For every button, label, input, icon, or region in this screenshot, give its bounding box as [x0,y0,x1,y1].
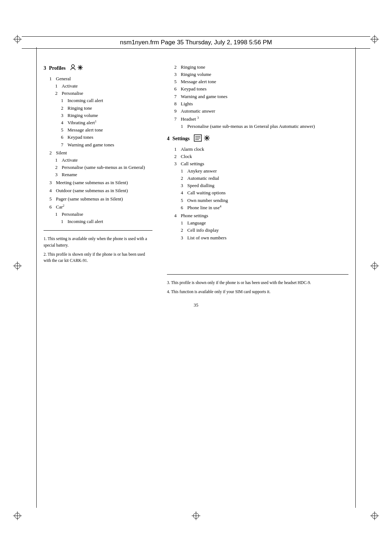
section3-number: 3 [44,65,46,71]
list-item: 7Warning and game tones [44,141,152,149]
list-item: 9Automatic answer [174,108,348,115]
list-item: 2Ringing tone [174,64,348,71]
footnote-1: 1. This setting is available only when t… [44,236,152,248]
page-header: nsm1nyen.frm Page 35 Thursday, July 2, 1… [22,36,370,49]
left-column: 3 Profiles [44,64,152,298]
list-item: 6Phone line in use4 [174,204,348,211]
reg-mark-top-left [13,35,22,44]
section4-header: 4 Settings [167,134,348,143]
footnote-4: 4. This function is available only if yo… [167,289,348,295]
vline-left [36,47,37,508]
left-divider [44,230,152,231]
footnote-3-text: 3. This profile is shown only if the pho… [167,280,311,285]
list-item: 4Phone settings [174,212,348,219]
settings-icon-svg [194,134,211,142]
reg-mark-bottom-left [13,511,22,520]
list-item: 1Language [174,219,348,227]
reg-mark-mid-left [13,262,22,270]
list-item: 4Outdoor (same submenus as in Silent) [44,187,152,194]
list-item: 3List of own numbers [174,234,348,242]
footnotes-left: 1. This setting is available only when t… [44,236,152,264]
list-item: 2Clock [174,153,348,160]
header-text: nsm1nyen.frm Page 35 Thursday, July 2, 1… [120,39,272,46]
list-item: 5Message alert tone [44,126,152,134]
vline-right [355,47,356,508]
main-columns: 3 Profiles [44,64,348,298]
list-item: 7Warning and game tones [174,93,348,100]
list-item: 1Anykey answer [174,167,348,175]
reg-mark-mid-right [370,262,379,270]
list-item: 1Personalise (same sub-menus as in Gener… [174,123,348,130]
list-item: 1Incoming call alert [44,218,152,225]
main-content: 3 Profiles [44,64,348,493]
menu-items-right-section4: 1Alarm clock 2Clock 3Call settings 1Anyk… [167,146,348,242]
list-item: 6Keypad tones [174,85,348,93]
list-item: 7Headset 3 [174,116,348,123]
list-item: 2Personalise (same sub-menus as in Gener… [44,164,152,171]
list-item: 5Message alert tone [174,78,348,85]
menu-items-left: 1General 1Activate 2Personalise 1Incomin… [44,75,152,225]
footnote-3: 3. This profile is shown only if the pho… [167,280,348,286]
list-item: 6Keypad tones [44,134,152,141]
list-item: 8Lights [174,100,348,108]
reg-mark-bottom-right [370,511,379,520]
footnote-2: 2. This profile is shown only if the pho… [44,251,152,264]
list-item: 3Meeting (same submenus as in Silent) [44,179,152,186]
list-item: 2Automatic redial [174,175,348,182]
list-item: 3Rename [44,171,152,178]
list-item: 3Ringing volume [44,112,152,119]
list-item: 2Personalise [44,90,152,97]
list-item: 3Ringing volume [174,71,348,78]
list-item: 4Call waiting options [174,189,348,197]
list-item: 2Cell info display [174,227,348,234]
list-item: 2Ringing tone [44,105,152,112]
list-item: 1Personalise [44,211,152,218]
list-item: 1Alarm clock [174,146,348,153]
footnotes-right: 3. This profile is shown only if the pho… [167,280,348,295]
profiles-icon-svg [70,64,85,72]
list-item: 5Pager (same submenus as in Silent) [44,195,152,203]
list-item: 1Activate [44,157,152,164]
list-item: 6Car2 [44,203,152,211]
profiles-icon [70,64,85,73]
section4-title: Settings [172,136,189,142]
page-container: nsm1nyen.frm Page 35 Thursday, July 2, 1… [0,0,392,555]
section3-title: Profiles [49,65,66,71]
menu-items-right-section3: 2Ringing tone 3Ringing volume 5Message a… [167,64,348,130]
svg-point-0 [72,65,74,68]
settings-icon [194,134,211,143]
list-item: 1Incoming call alert [44,97,152,104]
reg-mark-bottom-center [192,511,200,520]
list-item: 4Vibrating alert1 [44,119,152,126]
list-item: 1Activate [44,82,152,90]
reg-mark-top-right [370,35,379,44]
list-item: 3Speed dialling [174,182,348,189]
section4-number: 4 [167,136,170,142]
list-item: 3Call settings [174,160,348,167]
right-divider [167,274,348,275]
list-item: 5Own number sending [174,197,348,204]
page-number: 35 [44,302,348,308]
list-item: 2Silent [44,149,152,157]
list-item: 1General [44,75,152,82]
footnote-4-text: 4. This function is available only if yo… [167,289,270,294]
footnote-2-text: 2. This profile is shown only if the pho… [44,252,145,263]
section3-header: 3 Profiles [44,64,152,73]
right-column: 2Ringing tone 3Ringing volume 5Message a… [167,64,348,298]
footnote-1-text: 1. This setting is available only when t… [44,236,147,247]
